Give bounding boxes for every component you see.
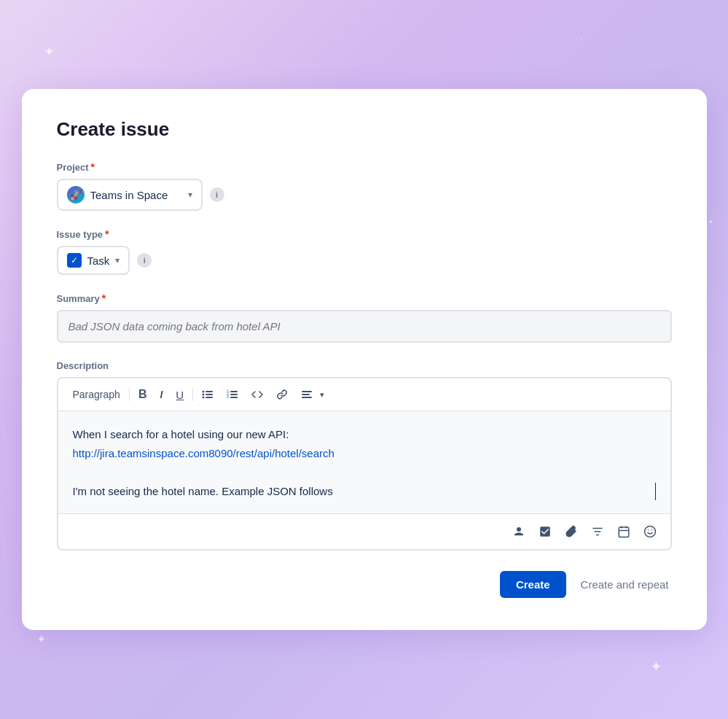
project-info-icon[interactable]: i: [210, 187, 224, 202]
ordered-list-icon: 1. 2. 3.: [227, 389, 238, 400]
align-chevron-icon: ▾: [320, 390, 324, 400]
issue-type-field-group: Issue type * ✓ Task ▾ i: [57, 228, 672, 275]
editor-line-2: http://jira.teamsinspace.com8090/rest/ap…: [73, 445, 656, 462]
svg-rect-5: [206, 397, 213, 398]
emoji-icon: [643, 525, 657, 538]
project-icon: 🚀: [67, 186, 85, 203]
mention-icon: [512, 525, 525, 538]
emoji-button[interactable]: [638, 520, 662, 543]
link-button[interactable]: [270, 385, 294, 404]
svg-rect-9: [230, 394, 238, 395]
mention-button[interactable]: [507, 520, 531, 543]
editor-content[interactable]: When I search for a hotel using our new …: [58, 411, 670, 513]
svg-rect-15: [619, 527, 629, 537]
project-required-marker: *: [91, 161, 95, 173]
svg-rect-11: [230, 397, 238, 398]
code-icon: [251, 389, 263, 400]
align-icon: [301, 389, 313, 400]
calendar-icon: [617, 525, 630, 538]
description-editor: Paragraph B I U 1. 2.: [57, 377, 672, 551]
summary-required-marker: *: [102, 292, 106, 304]
create-and-repeat-button[interactable]: Create and repeat: [578, 571, 672, 598]
editor-line-1: When I search for a hotel using our new …: [73, 426, 656, 443]
filter-button[interactable]: [586, 520, 609, 543]
issue-type-select-wrapper: ✓ Task ▾ i: [57, 246, 672, 275]
issue-type-select-button[interactable]: ✓ Task ▾: [57, 246, 130, 275]
summary-label: Summary *: [57, 292, 672, 304]
ordered-list-button[interactable]: 1. 2. 3.: [221, 385, 244, 404]
svg-rect-12: [302, 391, 312, 392]
create-button[interactable]: Create: [500, 571, 566, 598]
editor-bottom-toolbar: [58, 513, 670, 549]
description-label: Description: [57, 360, 672, 371]
checklist-icon: [539, 525, 552, 538]
summary-field-group: Summary *: [57, 292, 672, 343]
underline-button[interactable]: U: [170, 385, 189, 405]
paperclip-icon: [565, 525, 578, 538]
editor-toolbar: Paragraph B I U 1. 2.: [58, 378, 670, 411]
issue-type-label: Issue type *: [57, 228, 672, 240]
svg-point-0: [203, 391, 205, 393]
svg-rect-7: [230, 391, 238, 392]
svg-rect-14: [302, 397, 312, 398]
editor-line-3: [73, 464, 656, 481]
issue-type-value: Task: [87, 254, 110, 267]
project-value: Teams in Space: [90, 189, 168, 201]
svg-point-19: [644, 526, 655, 537]
toolbar-divider-2: [192, 388, 193, 401]
chevron-down-icon: ▾: [188, 190, 192, 200]
issue-type-info-icon[interactable]: i: [137, 253, 152, 268]
project-label: Project *: [57, 161, 672, 173]
paragraph-style-button[interactable]: Paragraph: [67, 385, 126, 404]
create-issue-modal: Create issue Project * 🚀 Teams in Space …: [22, 89, 707, 630]
summary-input[interactable]: [57, 310, 672, 343]
project-select-wrapper: 🚀 Teams in Space ▾ i: [57, 179, 672, 211]
code-button[interactable]: [246, 385, 269, 404]
filter-icon: [591, 525, 604, 538]
calendar-button[interactable]: [612, 520, 635, 543]
issue-type-required-marker: *: [105, 228, 109, 240]
toolbar-divider-1: [129, 388, 130, 401]
modal-footer: Create Create and repeat: [57, 571, 672, 598]
issue-type-chevron-icon: ▾: [115, 255, 120, 265]
italic-button[interactable]: I: [154, 385, 168, 404]
project-field-group: Project * 🚀 Teams in Space ▾ i: [57, 161, 672, 211]
bold-button[interactable]: B: [133, 384, 153, 405]
bullet-list-button[interactable]: [196, 385, 219, 404]
svg-point-4: [203, 397, 205, 399]
attachment-button[interactable]: [560, 520, 583, 543]
svg-point-2: [203, 394, 205, 396]
svg-text:3.: 3.: [227, 395, 230, 399]
task-checkbox-icon: ✓: [67, 253, 82, 268]
link-icon: [276, 389, 288, 400]
modal-title: Create issue: [57, 118, 672, 141]
align-button[interactable]: [295, 385, 318, 404]
svg-rect-3: [206, 394, 213, 395]
svg-rect-13: [302, 394, 310, 395]
description-field-group: Description Paragraph B I U: [57, 360, 672, 551]
bullet-list-icon: [202, 389, 214, 400]
action-button[interactable]: [533, 520, 557, 543]
editor-line-4: I'm not seeing the hotel name. Example J…: [73, 483, 656, 500]
project-select-button[interactable]: 🚀 Teams in Space ▾: [57, 179, 203, 211]
svg-rect-1: [206, 391, 213, 392]
